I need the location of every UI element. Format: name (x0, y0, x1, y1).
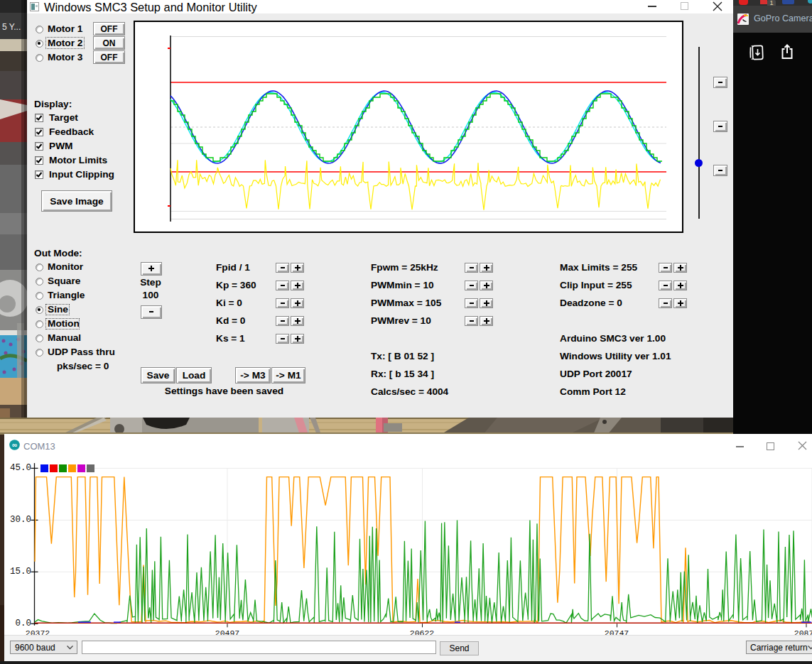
svg-text:5 Y...: 5 Y... (2, 22, 21, 32)
svg-text:∞: ∞ (12, 441, 17, 449)
